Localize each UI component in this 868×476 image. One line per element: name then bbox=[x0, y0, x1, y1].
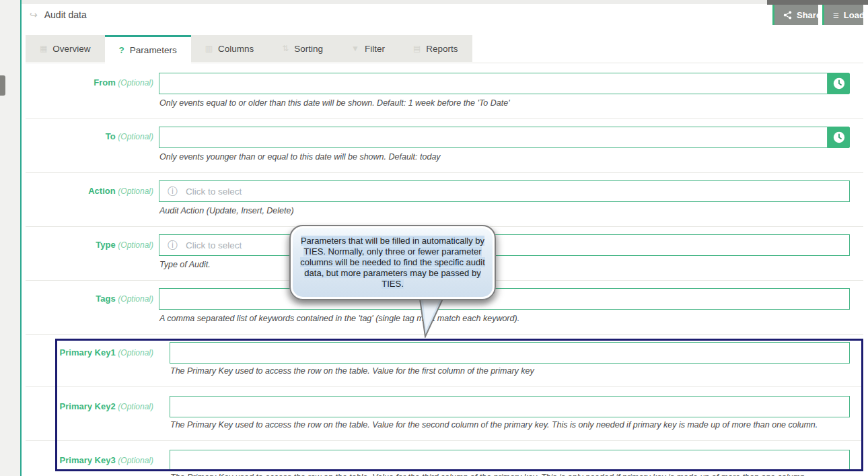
primary-key2-label: Primary Key2 (Optional) bbox=[20, 401, 153, 411]
datepicker-clock-icon bbox=[833, 77, 845, 90]
sidebar-handle[interactable] bbox=[0, 75, 5, 96]
filter-icon: ▼ bbox=[351, 44, 359, 53]
primary-key2-help: The Primary Key used to access the row o… bbox=[170, 420, 818, 430]
tab-reports-label: Reports bbox=[426, 44, 458, 54]
share-button[interactable]: Share bbox=[772, 5, 818, 25]
tooltip-text: Parameters that will be filled in automa… bbox=[295, 236, 491, 290]
to-input[interactable] bbox=[159, 127, 828, 148]
info-icon: ⓘ bbox=[168, 185, 178, 198]
type-select[interactable]: ⓘ Click to select bbox=[159, 234, 850, 256]
info-icon: ⓘ bbox=[168, 239, 178, 252]
top-strip bbox=[0, 0, 868, 4]
primary-key2-input[interactable] bbox=[170, 396, 850, 417]
row-separator bbox=[26, 118, 863, 119]
tab-overview[interactable]: ▦ Overview bbox=[26, 35, 105, 62]
tags-label: Tags (Optional) bbox=[20, 294, 153, 304]
type-help: Type of Audit. bbox=[159, 260, 211, 269]
tab-columns-label: Columns bbox=[218, 44, 254, 54]
top-strip-dark bbox=[767, 0, 868, 5]
type-label: Type (Optional) bbox=[20, 240, 153, 250]
to-help: Only events younger than or equal to thi… bbox=[159, 152, 441, 162]
primary-key3-help: The Primary Key used to access the row o… bbox=[170, 473, 807, 476]
from-help: Only events equal to or older than this … bbox=[159, 98, 510, 108]
to-datepicker-button[interactable] bbox=[828, 127, 850, 148]
from-datepicker-button[interactable] bbox=[828, 73, 850, 94]
row-separator bbox=[26, 440, 863, 441]
action-help: Audit Action (Update, Insert, Delete) bbox=[159, 206, 294, 215]
row-separator bbox=[26, 386, 863, 387]
load-icon: ≡ bbox=[833, 9, 839, 21]
tab-parameters[interactable]: ? Parameters bbox=[105, 35, 191, 63]
load-button[interactable]: ≡ Load bbox=[822, 5, 863, 25]
action-select-placeholder: Click to select bbox=[186, 186, 242, 197]
tab-reports[interactable]: ▤ Reports bbox=[399, 35, 472, 62]
tab-parameters-label: Parameters bbox=[130, 45, 177, 55]
left-gutter bbox=[0, 0, 20, 476]
tags-help: A comma separated list of keywords conta… bbox=[159, 314, 519, 323]
tooltip-tail bbox=[410, 299, 452, 338]
breadcrumb: ↪ Audit data bbox=[30, 9, 87, 20]
columns-tab-icon: ▥ bbox=[205, 44, 213, 53]
tab-sorting-label: Sorting bbox=[294, 44, 323, 54]
primary-key1-help: The Primary Key used to access the row o… bbox=[170, 366, 534, 376]
to-label: To (Optional) bbox=[20, 131, 153, 141]
row-separator bbox=[26, 172, 863, 173]
from-label: From (Optional) bbox=[20, 77, 153, 88]
primary-key3-input[interactable] bbox=[170, 450, 850, 471]
tab-filter[interactable]: ▼ Filter bbox=[337, 35, 399, 62]
tooltip-bubble: Parameters that will be filled in automa… bbox=[289, 225, 496, 300]
page-title: Audit data bbox=[44, 9, 87, 20]
datepicker-clock-icon bbox=[833, 131, 845, 143]
tab-filter-label: Filter bbox=[365, 44, 385, 54]
share-button-label: Share bbox=[797, 10, 821, 20]
overview-tab-icon: ▦ bbox=[40, 44, 47, 53]
from-input[interactable] bbox=[159, 73, 828, 94]
tags-input[interactable] bbox=[159, 288, 850, 310]
reports-tab-icon: ▤ bbox=[413, 44, 421, 53]
type-select-placeholder: Click to select bbox=[186, 240, 242, 250]
tab-columns[interactable]: ▥ Columns bbox=[191, 35, 268, 62]
primary-key3-label: Primary Key3 (Optional) bbox=[20, 455, 153, 465]
action-select[interactable]: ⓘ Click to select bbox=[159, 180, 850, 202]
primary-key1-label: Primary Key1 (Optional) bbox=[20, 347, 153, 358]
load-button-label: Load bbox=[844, 10, 865, 20]
sort-icon: ⇅ bbox=[282, 44, 289, 53]
primary-key1-input[interactable] bbox=[170, 342, 850, 364]
action-label: Action (Optional) bbox=[20, 186, 153, 196]
share-icon bbox=[783, 11, 792, 20]
question-icon: ? bbox=[119, 45, 124, 55]
tab-overview-label: Overview bbox=[52, 44, 90, 54]
tab-sorting[interactable]: ⇅ Sorting bbox=[268, 35, 337, 62]
tab-bar: ▦ Overview ? Parameters ▥ Columns ⇅ Sort… bbox=[26, 35, 472, 62]
breadcrumb-arrow-icon: ↪ bbox=[30, 9, 38, 20]
